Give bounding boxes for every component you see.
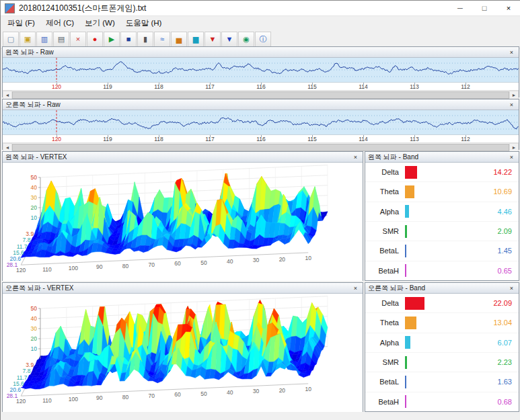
scroll-thumb[interactable]	[12, 91, 509, 99]
about-icon: ⓘ	[260, 36, 267, 43]
panel-left-raw: 왼쪽 뇌파 - Raw × 12011911811711611511411311…	[2, 46, 519, 97]
band-value: 14.22	[493, 168, 512, 176]
panel-right-band-title: 오른쪽 뇌파 - Band	[368, 284, 425, 293]
band-value: 1.45	[498, 247, 512, 255]
record-button[interactable]: ●	[87, 32, 103, 47]
band-label: Delta	[369, 168, 399, 176]
x-tick-label: 113	[410, 136, 419, 142]
band-view-button[interactable]: ▆	[188, 32, 204, 47]
right-vertex-3d-plot[interactable]: 50403020103.97.811.715.620.628.112011010…	[3, 294, 363, 412]
pause-button[interactable]: ▮	[137, 32, 153, 47]
open-file-button[interactable]: ▣	[20, 32, 36, 47]
scroll-thumb[interactable]	[12, 144, 509, 151]
svg-text:10: 10	[31, 345, 38, 352]
panel-close-icon[interactable]: ×	[351, 285, 360, 292]
band-bar	[405, 245, 406, 257]
svg-text:40: 40	[227, 258, 233, 265]
maximize-button[interactable]: □	[472, 1, 496, 15]
svg-text:100: 100	[69, 396, 78, 403]
panel-close-icon[interactable]: ×	[507, 154, 516, 161]
band-value: 13.04	[493, 319, 512, 327]
menu-item-help[interactable]: 도움말 (H)	[120, 17, 168, 30]
band-label: BetaH	[369, 267, 399, 275]
new-file-button[interactable]: ▢	[3, 32, 19, 47]
save-icon: ▥	[41, 36, 48, 43]
x-tick-label: 116	[256, 136, 266, 142]
band-row-theta: Theta13.04	[365, 313, 519, 333]
panel-close-icon[interactable]: ×	[507, 285, 516, 292]
raw-view-icon: ≈	[160, 36, 164, 43]
band-row-betal: BetaL1.63	[365, 372, 519, 392]
globe-button[interactable]: ◉	[238, 32, 254, 47]
band-row-betah: BetaH0.68	[365, 392, 519, 411]
open-file-icon: ▣	[24, 36, 31, 43]
svg-text:50: 50	[31, 174, 38, 181]
right-raw-scrollbar[interactable]: ◄ ►	[3, 142, 519, 152]
x-tick-label: 117	[205, 83, 215, 90]
panel-right-raw: 오른쪽 뇌파 - Raw × 1201191181171161151141131…	[2, 99, 519, 150]
band-row-betal: BetaL1.45	[365, 241, 519, 261]
band-row-smr: SMR2.09	[365, 222, 519, 241]
x-tick-label: 120	[52, 83, 61, 90]
svg-text:10: 10	[305, 386, 311, 392]
bar-chart-view-icon: ▅	[176, 36, 182, 43]
menu-item-file[interactable]: 파일 (F)	[2, 17, 40, 30]
svg-text:80: 80	[122, 263, 129, 269]
x-tick-label: 114	[359, 83, 368, 90]
play-button[interactable]: ▶	[104, 32, 120, 47]
band-view-icon: ▆	[193, 36, 198, 43]
panel-left-vertex-header: 왼쪽 뇌파 - VERTEX ×	[3, 152, 363, 163]
panel-close-icon[interactable]: ×	[507, 49, 516, 56]
left-raw-scrollbar[interactable]: ◄ ►	[3, 90, 519, 99]
left-raw-x-axis: 120119118117116115114113112	[3, 82, 519, 90]
panel-left-vertex: 왼쪽 뇌파 - VERTEX × 50403020103.97.811.715.…	[2, 151, 363, 281]
panel-close-icon[interactable]: ×	[351, 154, 360, 161]
band-value: 6.07	[498, 339, 512, 347]
delete-button[interactable]: ×	[70, 32, 86, 47]
x-tick-label: 117	[205, 136, 215, 142]
bar-chart-view-button[interactable]: ▅	[171, 32, 187, 47]
svg-text:120: 120	[16, 267, 26, 274]
pause-icon: ▮	[143, 36, 147, 43]
panel-left-band-title: 왼쪽 뇌파 - Band	[368, 153, 418, 162]
menu-bar: 파일 (F)제어 (C)보기 (W)도움말 (H)	[1, 16, 520, 30]
close-button[interactable]: ×	[496, 1, 520, 15]
svg-text:40: 40	[227, 389, 233, 396]
left-raw-waveform[interactable]	[3, 58, 519, 82]
raw-view-button[interactable]: ≈	[154, 32, 170, 47]
svg-text:20: 20	[279, 256, 286, 263]
band-value: 2.23	[498, 358, 512, 366]
svg-text:30: 30	[253, 257, 260, 263]
band-bar	[405, 225, 407, 238]
menu-item-view[interactable]: 보기 (W)	[79, 17, 120, 30]
delete-icon: ×	[76, 36, 80, 43]
band-row-delta: Delta22.09	[365, 294, 519, 313]
panel-left-vertex-title: 왼쪽 뇌파 - VERTEX	[5, 153, 67, 162]
band-row-alpha: Alpha6.07	[365, 333, 519, 353]
panel-close-icon[interactable]: ×	[507, 101, 516, 108]
band-bar	[405, 264, 406, 277]
app-window: 20180124100351(스마트폰게임).txt ─ □ × 파일 (F)제…	[0, 0, 520, 420]
about-button[interactable]: ⓘ	[255, 32, 271, 47]
band-label: Alpha	[369, 339, 399, 347]
marker-red-button[interactable]: ▼	[205, 32, 221, 47]
svg-text:20: 20	[279, 387, 286, 394]
x-tick-label: 112	[461, 83, 470, 90]
left-vertex-3d-plot[interactable]: 50403020103.97.811.715.620.628.112011010…	[3, 163, 363, 281]
menu-item-control[interactable]: 제어 (C)	[40, 17, 79, 30]
svg-text:100: 100	[69, 265, 78, 271]
right-raw-waveform[interactable]	[3, 110, 519, 134]
print-button[interactable]: ▤	[53, 32, 69, 47]
band-value: 10.69	[493, 187, 512, 196]
svg-text:90: 90	[96, 263, 103, 270]
svg-text:90: 90	[96, 394, 103, 401]
save-button[interactable]: ▥	[36, 32, 52, 47]
minimize-button[interactable]: ─	[448, 1, 472, 15]
stop-button[interactable]: ■	[120, 32, 137, 47]
svg-text:50: 50	[200, 390, 207, 397]
svg-text:120: 120	[16, 398, 26, 405]
marker-blue-button[interactable]: ▼	[221, 32, 237, 47]
svg-text:80: 80	[122, 394, 129, 401]
x-tick-label: 118	[154, 83, 163, 90]
svg-text:60: 60	[174, 260, 181, 267]
